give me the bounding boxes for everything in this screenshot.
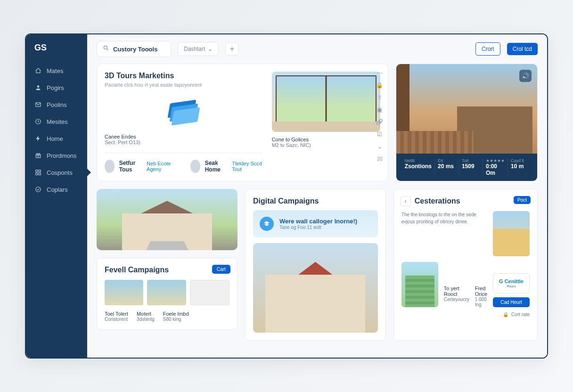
- stat-item: Tott1509: [459, 158, 483, 176]
- link-icon[interactable]: 🔗: [376, 118, 384, 126]
- gift-icon: [34, 152, 42, 159]
- cest-body-text: The the knoslogs to the on the sede evjo…: [401, 211, 487, 256]
- sidebar-item-coplars[interactable]: Coplars: [26, 181, 87, 198]
- hero-card: 🔊 NettttZsontions Ert20 ms Tott1509 ★★★★…: [396, 64, 538, 181]
- lock-icon[interactable]: 🔒: [376, 81, 384, 90]
- sidebar: GS Mates Pogirs Poolins Mesites Home Pro…: [26, 34, 87, 358]
- tool-rail: ⋯ 🔒 ⇪ ▣ 🔗 ☑ ⌄ 20: [376, 69, 384, 163]
- mail-icon: [34, 101, 42, 108]
- sidebar-item-prordmons[interactable]: Prordmons: [26, 147, 87, 164]
- tours-card: 3D Tours Marketins Paoarte clck hou rt y…: [97, 64, 388, 181]
- agent1-name: Setfur Tous: [119, 160, 142, 173]
- chevron-down-icon: ⌄: [208, 46, 213, 52]
- share-icon[interactable]: ⇪: [376, 93, 384, 102]
- lock-icon: 🔒: [503, 312, 508, 317]
- cube-icon[interactable]: ▣: [376, 106, 384, 114]
- sidebar-item-home[interactable]: Home: [26, 130, 87, 147]
- tours-left-meta: Canee Endes Sect. Pert O13): [105, 134, 262, 145]
- avatar: [105, 160, 115, 173]
- sidebar-item-mesites[interactable]: Mesites: [26, 113, 87, 130]
- brand-chip: G CenittleRasn: [493, 273, 530, 294]
- svg-rect-6: [36, 173, 38, 175]
- bolt-icon: [34, 135, 42, 142]
- sidebar-item-mates[interactable]: Mates: [26, 62, 87, 79]
- agent2-name: Seak Home: [205, 160, 228, 173]
- digital-house-image: [253, 243, 378, 333]
- search-input-wrap[interactable]: [97, 41, 171, 57]
- home-icon: [34, 67, 42, 74]
- logo: GS: [26, 43, 87, 62]
- main-area: Dashtart⌄ + Crort Crol tcd 3D Tours Mark…: [87, 34, 547, 358]
- svg-rect-5: [39, 170, 41, 172]
- avatar: [190, 160, 200, 173]
- cest-title: Cesterations: [415, 197, 530, 205]
- layers-icon: [260, 217, 274, 231]
- stack-icon: [167, 102, 200, 125]
- cest-cta-button[interactable]: Poct: [514, 196, 531, 204]
- bookmark-icon[interactable]: ☑: [376, 130, 384, 139]
- green-building-thumb: [401, 262, 438, 307]
- tours-title: 3D Tours Marketins: [105, 72, 262, 80]
- stat-item: ★★★★★0:00 Om: [483, 158, 508, 176]
- tours-right-meta: Cone to Golices M2 tv Sazc. NIC): [272, 137, 380, 148]
- cest-footer: 🔒 Cort rate: [401, 312, 530, 317]
- user-icon: [34, 84, 42, 91]
- sidebar-item-pogirs[interactable]: Pogirs: [26, 79, 87, 96]
- sidebar-item-poolins[interactable]: Poolins: [26, 96, 87, 113]
- svg-point-8: [36, 187, 41, 192]
- cesterations-card: ‹ Cesterations Poct The the knoslogs to …: [393, 189, 538, 341]
- stat-item: Ert20 ms: [435, 158, 459, 176]
- fevell-stats: Toel TolertCoristorent Motert3dshintg Fo…: [105, 311, 229, 322]
- house-thumbnail[interactable]: [97, 189, 237, 250]
- stat-item: Cayd lt10 m: [508, 158, 532, 176]
- mini-thumb[interactable]: [105, 280, 143, 305]
- cad-heurt-button[interactable]: Cad Heurt: [493, 297, 530, 307]
- sidebar-item-cosponts[interactable]: Cosponts: [26, 164, 87, 181]
- stat-item: NettttZsontions: [402, 158, 435, 176]
- svg-rect-7: [39, 173, 41, 175]
- mini-thumb[interactable]: [190, 280, 229, 305]
- agent1-tag[interactable]: Neb Ecote Ageny: [147, 161, 176, 172]
- svg-point-9: [104, 46, 107, 49]
- back-button[interactable]: ‹: [401, 196, 411, 206]
- topbar: Dashtart⌄ + Crort Crol tcd: [87, 34, 547, 64]
- search-input[interactable]: [113, 46, 165, 53]
- dropdown-selector[interactable]: Dashtart⌄: [178, 42, 219, 56]
- digital-banner[interactable]: Were wall calloger Inorne!)Tane og Foo 1…: [253, 210, 378, 237]
- tours-subtitle: Paoarte clck hou rt yeal esate tapoyonre…: [105, 82, 262, 88]
- app-frame: GS Mates Pogirs Poolins Mesites Home Pro…: [25, 33, 548, 359]
- more-icon[interactable]: ⋯: [376, 69, 384, 77]
- content: 3D Tours Marketins Paoarte clck hou rt y…: [87, 64, 547, 358]
- digital-title: Digital Campaigns: [253, 197, 378, 205]
- add-button[interactable]: +: [225, 42, 238, 56]
- clock-icon: [34, 118, 42, 125]
- fevell-card: Fevell Campaigns Cart Toel TolertCoristo…: [97, 258, 237, 330]
- count-label: 20: [376, 155, 384, 163]
- cest-thumb: [493, 211, 530, 256]
- fevell-cta-button[interactable]: Cart: [212, 265, 230, 274]
- search-icon: [103, 45, 109, 53]
- mini-thumb[interactable]: [147, 280, 186, 305]
- sound-icon[interactable]: 🔊: [519, 70, 532, 82]
- svg-point-0: [37, 85, 40, 88]
- check-icon: [34, 186, 42, 193]
- hero-stats: NettttZsontions Ert20 ms Tott1509 ★★★★★0…: [396, 154, 537, 181]
- tours-interior-image: [272, 72, 380, 132]
- cest-stats: To yert RooctCerteyoucry Fred Orice1 000…: [444, 286, 487, 307]
- agent2-tag[interactable]: Tteldey Sccd Tout: [232, 161, 262, 172]
- chevron-down-icon[interactable]: ⌄: [376, 142, 384, 151]
- hero-image: 🔊: [396, 64, 537, 154]
- svg-rect-4: [36, 170, 38, 172]
- crort-button[interactable]: Crort: [475, 42, 500, 56]
- grid-icon: [34, 169, 42, 176]
- crol-button[interactable]: Crol tcd: [507, 43, 538, 55]
- fevell-title: Fevell Campaigns: [105, 266, 229, 274]
- digital-card: Digital Campaigns Were wall calloger Ino…: [245, 189, 386, 341]
